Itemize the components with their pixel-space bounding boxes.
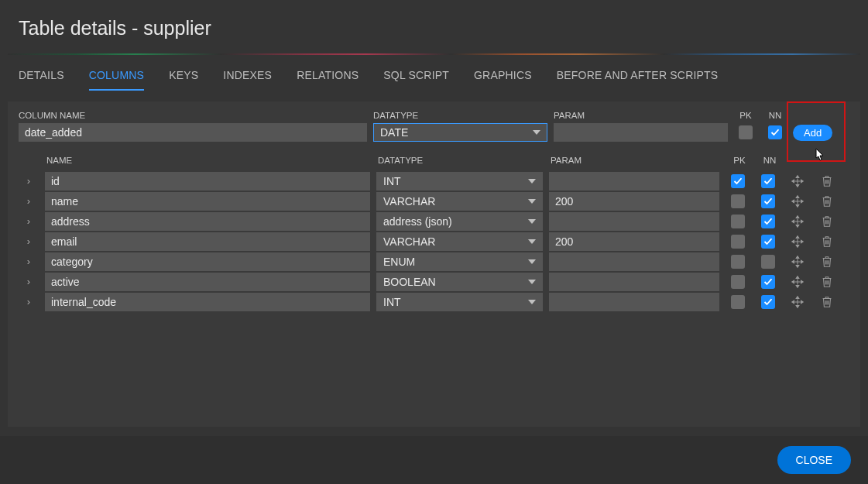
column-datatype-select[interactable]: INT xyxy=(376,293,543,311)
trash-icon[interactable] xyxy=(819,254,835,269)
column-pk-checkbox[interactable] xyxy=(731,275,745,289)
header-pk: PK xyxy=(734,111,757,120)
column-param-input[interactable] xyxy=(549,273,719,291)
column-pk-checkbox[interactable] xyxy=(731,194,745,208)
column-nn-checkbox[interactable] xyxy=(761,215,775,228)
column-param-input[interactable] xyxy=(549,252,719,271)
expand-icon[interactable]: › xyxy=(19,276,39,287)
table-row: ›VARCHAR xyxy=(19,232,849,251)
new-column-name-input[interactable] xyxy=(19,123,367,142)
dialog-title: Table details - supplier xyxy=(0,0,868,53)
chevron-down-icon xyxy=(528,300,536,304)
column-name-input[interactable] xyxy=(45,273,370,291)
trash-icon[interactable] xyxy=(819,274,835,290)
tab-relations[interactable]: RELATIONS xyxy=(297,69,359,91)
column-datatype-select[interactable]: ENUM xyxy=(376,252,543,271)
move-icon[interactable] xyxy=(790,294,805,310)
column-name-input[interactable] xyxy=(45,212,370,231)
expand-icon[interactable]: › xyxy=(19,175,39,187)
column-name-input[interactable] xyxy=(45,293,370,311)
dialog-footer: CLOSE xyxy=(0,436,868,484)
column-pk-checkbox[interactable] xyxy=(731,215,745,228)
column-param-input[interactable] xyxy=(549,212,719,231)
column-pk-checkbox[interactable] xyxy=(731,174,745,188)
close-button[interactable]: CLOSE xyxy=(777,446,851,474)
table-row: ›address (json) xyxy=(19,211,849,231)
column-name-input[interactable] xyxy=(45,172,370,191)
column-nn-checkbox[interactable] xyxy=(761,275,775,289)
trash-icon[interactable] xyxy=(819,234,835,249)
header-param-list: PARAM xyxy=(551,156,721,165)
column-datatype-select[interactable]: INT xyxy=(376,172,543,191)
expand-icon[interactable]: › xyxy=(19,215,39,227)
chevron-down-icon xyxy=(528,219,536,224)
tab-columns[interactable]: COLUMNS xyxy=(89,69,144,91)
columns-list-headers: NAME DATATYPE PARAM PK NN xyxy=(19,156,849,168)
chevron-down-icon xyxy=(528,179,536,184)
new-column-param-input[interactable] xyxy=(554,123,728,142)
column-name-input[interactable] xyxy=(45,232,370,251)
column-param-input[interactable] xyxy=(549,293,719,311)
column-param-input[interactable] xyxy=(549,172,719,191)
column-pk-checkbox[interactable] xyxy=(731,235,745,249)
tab-indexes[interactable]: INDEXES xyxy=(223,69,272,91)
column-datatype-select[interactable]: address (json) xyxy=(376,212,543,231)
move-icon[interactable] xyxy=(790,194,805,209)
header-datatype: DATATYPE xyxy=(373,111,547,120)
expand-icon[interactable]: › xyxy=(19,296,39,307)
header-column-name: COLUMN NAME xyxy=(19,111,367,120)
chevron-down-icon xyxy=(533,130,540,135)
trash-icon[interactable] xyxy=(819,294,835,310)
column-datatype-value: VARCHAR xyxy=(383,195,528,208)
table-row: ›ENUM xyxy=(19,252,849,271)
column-datatype-value: VARCHAR xyxy=(383,235,528,248)
header-pk-list: PK xyxy=(727,156,752,165)
header-param: PARAM xyxy=(554,111,728,120)
move-icon[interactable] xyxy=(790,274,805,290)
tab-before-and-after-scripts[interactable]: BEFORE AND AFTER SCRIPTS xyxy=(557,69,719,91)
tab-sql-script[interactable]: SQL SCRIPT xyxy=(383,69,449,91)
table-row: ›INT xyxy=(19,292,849,311)
columns-list: ›INT›VARCHAR›address (json)›VARCHAR›ENUM… xyxy=(19,171,849,311)
move-icon[interactable] xyxy=(790,254,805,269)
column-name-input[interactable] xyxy=(45,192,370,211)
new-column-datatype-select[interactable]: DATE xyxy=(373,123,547,142)
tab-details[interactable]: DETAILS xyxy=(19,69,64,91)
add-button[interactable]: Add xyxy=(793,125,832,141)
table-row: ›INT xyxy=(19,171,849,191)
column-pk-checkbox[interactable] xyxy=(731,295,745,309)
column-datatype-select[interactable]: VARCHAR xyxy=(376,232,543,251)
column-pk-checkbox[interactable] xyxy=(731,255,745,269)
column-param-input[interactable] xyxy=(549,232,719,251)
column-nn-checkbox[interactable] xyxy=(761,295,775,309)
column-datatype-select[interactable]: VARCHAR xyxy=(376,192,543,211)
expand-icon[interactable]: › xyxy=(19,256,39,267)
trash-icon[interactable] xyxy=(819,214,835,229)
move-icon[interactable] xyxy=(790,234,805,249)
column-param-input[interactable] xyxy=(549,192,719,211)
trash-icon[interactable] xyxy=(819,194,835,209)
expand-icon[interactable]: › xyxy=(19,195,39,207)
column-datatype-value: INT xyxy=(383,296,528,308)
table-row: ›VARCHAR xyxy=(19,191,849,211)
move-icon[interactable] xyxy=(790,214,805,229)
table-row: ›BOOLEAN xyxy=(19,272,849,291)
chevron-down-icon xyxy=(528,199,536,204)
move-icon[interactable] xyxy=(790,173,805,189)
column-nn-checkbox[interactable] xyxy=(761,194,775,208)
accent-divider xyxy=(8,53,860,55)
new-column-row: DATE Add xyxy=(19,123,849,142)
column-datatype-select[interactable]: BOOLEAN xyxy=(376,273,543,291)
tab-graphics[interactable]: GRAPHICS xyxy=(474,69,532,91)
header-nn-list: NN xyxy=(758,156,781,165)
tab-keys[interactable]: KEYS xyxy=(169,69,198,91)
column-nn-checkbox[interactable] xyxy=(761,235,775,249)
new-column-nn-checkbox[interactable] xyxy=(768,125,782,139)
column-nn-checkbox[interactable] xyxy=(761,174,775,188)
trash-icon[interactable] xyxy=(819,173,835,189)
column-nn-checkbox[interactable] xyxy=(761,255,775,269)
expand-icon[interactable]: › xyxy=(19,235,39,247)
column-name-input[interactable] xyxy=(45,252,370,271)
new-column-pk-checkbox[interactable] xyxy=(739,125,753,139)
column-datatype-value: address (json) xyxy=(383,215,528,228)
